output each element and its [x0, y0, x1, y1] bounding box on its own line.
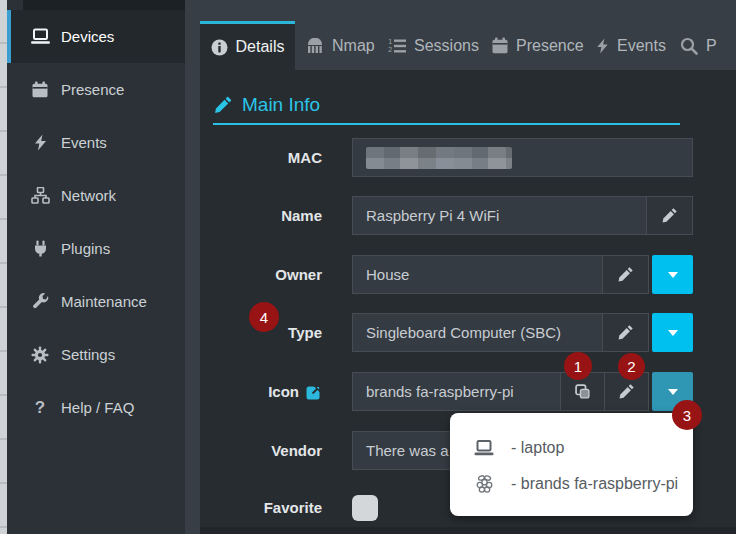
- copy-icon: [574, 383, 591, 400]
- icon-row: Icon brands fa-raspberry-pi: [200, 372, 736, 411]
- icon-option-label: - brands fa-raspberry-pi: [511, 475, 678, 493]
- type-input[interactable]: Singleboard Computer (SBC): [352, 313, 603, 352]
- tab-events[interactable]: Events: [586, 21, 666, 70]
- sidebar-item-devices[interactable]: Devices: [7, 10, 185, 63]
- caret-down-icon: [668, 389, 678, 395]
- sidebar: Devices Presence Events Network Plugins: [7, 0, 185, 534]
- tab-details[interactable]: Details: [200, 21, 295, 70]
- search-icon: [680, 37, 698, 55]
- annotation-badge-3: 3: [672, 400, 702, 430]
- owner-label: Owner: [200, 255, 322, 294]
- owner-edit-button[interactable]: [603, 255, 649, 294]
- tab-sessions[interactable]: 12 Sessions: [378, 21, 478, 70]
- sidebar-item-label: Maintenance: [61, 293, 147, 310]
- tab-presence[interactable]: Presence: [482, 21, 582, 70]
- section-underline: [213, 123, 680, 125]
- annotation-badge-2: 2: [618, 353, 645, 380]
- sidebar-item-label: Plugins: [61, 240, 110, 257]
- owner-row: Owner House: [200, 255, 736, 294]
- owner-dropdown-button[interactable]: [652, 255, 693, 294]
- wrench-icon: [28, 293, 52, 310]
- laptop-icon: [472, 439, 496, 457]
- list-ol-icon: 12: [388, 38, 406, 54]
- pencil-icon: [618, 383, 635, 400]
- tab-label: P: [706, 37, 717, 55]
- sidebar-item-settings[interactable]: Settings: [7, 328, 185, 381]
- name-row: Name Raspberry Pi 4 WiFi: [200, 196, 736, 235]
- tab-label: Details: [236, 38, 285, 56]
- type-row: Type Singleboard Computer (SBC): [200, 313, 736, 352]
- tab-label: Presence: [516, 37, 584, 55]
- pencil-icon: [213, 95, 233, 115]
- device-details-screen: Devices Presence Events Network Plugins: [0, 0, 736, 534]
- favorite-checkbox[interactable]: [352, 495, 378, 521]
- raspberry-pi-icon: [472, 474, 496, 495]
- tab-search-clipped[interactable]: P: [670, 21, 736, 70]
- annotation-badge-1: 1: [564, 352, 592, 380]
- sidebar-item-label: Help / FAQ: [61, 399, 134, 416]
- external-link-icon[interactable]: [306, 384, 322, 400]
- icon-option-laptop[interactable]: - laptop: [450, 430, 693, 466]
- archway-icon: [306, 38, 324, 53]
- question-icon: ?: [28, 398, 52, 418]
- sidebar-item-label: Events: [61, 134, 107, 151]
- name-label: Name: [200, 196, 322, 235]
- name-input[interactable]: Raspberry Pi 4 WiFi: [352, 196, 647, 235]
- panel-bottom-edge: [200, 527, 736, 534]
- owner-input[interactable]: House: [352, 255, 603, 294]
- svg-text:1: 1: [388, 38, 392, 46]
- sitemap-icon: [28, 187, 52, 204]
- sidebar-item-label: Devices: [61, 28, 114, 45]
- vendor-label: Vendor: [200, 431, 322, 470]
- sidebar-item-plugins[interactable]: Plugins: [7, 222, 185, 275]
- gear-icon: [28, 346, 52, 364]
- sidebar-item-maintenance[interactable]: Maintenance: [7, 275, 185, 328]
- type-dropdown-button[interactable]: [652, 313, 693, 352]
- plug-icon: [28, 240, 52, 257]
- tab-label: Nmap: [332, 37, 375, 55]
- sidebar-item-label: Network: [61, 187, 116, 204]
- laptop-icon: [28, 28, 52, 45]
- type-edit-button[interactable]: [603, 313, 649, 352]
- tab-label: Sessions: [414, 37, 479, 55]
- pencil-icon: [661, 207, 678, 224]
- section-header: Main Info: [213, 94, 320, 116]
- mac-row: MAC: [200, 138, 736, 177]
- icon-label: Icon: [268, 383, 299, 400]
- topbar-remnant: [23, 0, 185, 10]
- info-circle-icon: [211, 39, 228, 56]
- tab-nmap[interactable]: Nmap: [296, 21, 378, 70]
- icon-picker-dropdown: - laptop - brands fa-raspberry-pi: [450, 413, 693, 516]
- page-edge-strip: [0, 0, 7, 534]
- redacted-mac-value: [366, 147, 512, 169]
- icon-option-raspberry-pi[interactable]: - brands fa-raspberry-pi: [450, 466, 693, 502]
- icon-input[interactable]: brands fa-raspberry-pi: [352, 372, 561, 411]
- annotation-badge-4: 4: [249, 302, 279, 332]
- mac-input[interactable]: [352, 138, 693, 177]
- favorite-label: Favorite: [200, 494, 322, 522]
- caret-down-icon: [668, 272, 678, 278]
- sidebar-item-network[interactable]: Network: [7, 169, 185, 222]
- sidebar-item-presence[interactable]: Presence: [7, 63, 185, 116]
- sidebar-item-label: Presence: [61, 81, 124, 98]
- icon-label-wrap: Icon: [200, 372, 322, 411]
- bolt-icon: [28, 134, 52, 151]
- icon-option-label: - laptop: [511, 439, 564, 457]
- bolt-icon: [596, 38, 609, 54]
- pencil-icon: [617, 324, 634, 341]
- calendar-icon: [28, 81, 52, 98]
- sidebar-item-help[interactable]: ? Help / FAQ: [7, 381, 185, 434]
- section-title: Main Info: [242, 94, 320, 116]
- caret-down-icon: [668, 330, 678, 336]
- pencil-icon: [617, 266, 634, 283]
- sidebar-item-events[interactable]: Events: [7, 116, 185, 169]
- tab-label: Events: [617, 37, 666, 55]
- svg-text:2: 2: [388, 46, 392, 54]
- name-edit-button[interactable]: [647, 196, 693, 235]
- sidebar-item-label: Settings: [61, 346, 115, 363]
- calendar-icon: [492, 37, 508, 54]
- mac-label: MAC: [200, 138, 322, 177]
